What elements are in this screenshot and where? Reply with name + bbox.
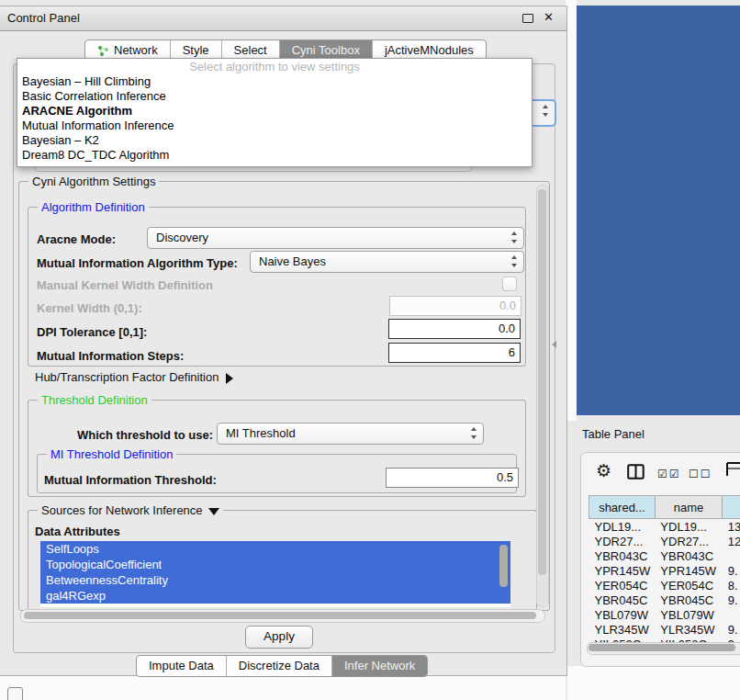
algorithm-option[interactable]: Dream8 DC_TDC Algorithm bbox=[17, 148, 532, 163]
table-cell[interactable]: 9. bbox=[723, 622, 740, 637]
table-row[interactable]: YPR145WYPR145W9. bbox=[589, 563, 740, 578]
table-cell[interactable]: YBR043C bbox=[655, 548, 722, 563]
combo-value: Naive Bayes bbox=[259, 254, 326, 268]
sources-title-label: Sources for Network Inference bbox=[41, 503, 203, 517]
manual-kernel-checkbox[interactable] bbox=[502, 277, 517, 291]
mi-steps-field[interactable]: 6 bbox=[388, 343, 521, 363]
table-cell[interactable]: YDL19... bbox=[589, 519, 656, 535]
table-panel-titlebar: Table Panel bbox=[567, 421, 740, 448]
table-row[interactable]: YBL079WYBL079W bbox=[589, 607, 740, 622]
algorithm-option[interactable]: ARACNE Algorithm bbox=[17, 104, 532, 119]
table-cell[interactable]: YER054C bbox=[589, 578, 656, 593]
dropdown-items: Bayesian – Hill ClimbingBasic Correlatio… bbox=[17, 74, 532, 163]
table-cell[interactable]: YLR345W bbox=[655, 622, 722, 637]
docked-panel-icon[interactable] bbox=[7, 687, 23, 700]
control-panel-titlebar: Control Panel ✕ bbox=[0, 6, 566, 31]
kernel-width-label: Kernel Width (0,1): bbox=[37, 301, 142, 315]
scrollbar-thumb[interactable] bbox=[538, 189, 546, 575]
list-scrollbar[interactable] bbox=[499, 545, 508, 587]
table-cell[interactable]: 9. bbox=[723, 563, 740, 578]
combo-value: Discovery bbox=[156, 231, 208, 244]
mi-steps-label: Mutual Information Steps: bbox=[37, 349, 184, 363]
dropdown-placeholder: Select algorithm to view settings bbox=[17, 59, 532, 74]
algorithm-option[interactable]: Bayesian – K2 bbox=[17, 133, 532, 148]
network-icon bbox=[97, 45, 109, 57]
group-title: Threshold Definition bbox=[38, 393, 151, 407]
table-cell[interactable] bbox=[723, 607, 740, 622]
select-all-icon[interactable]: ☑☑ bbox=[657, 468, 681, 480]
float-window-icon[interactable] bbox=[522, 14, 533, 23]
mi-algorithm-type-combo[interactable]: Naive Bayes bbox=[250, 251, 524, 273]
stepper-icon bbox=[470, 427, 478, 439]
chevron-right-icon bbox=[226, 373, 233, 384]
close-icon[interactable]: ✕ bbox=[544, 10, 554, 24]
deselect-all-icon[interactable]: ☐☐ bbox=[689, 468, 712, 480]
hub-section-toggle[interactable]: Hub/Transcription Factor Definition bbox=[35, 370, 233, 384]
table-row[interactable]: YER054CYER054C8. bbox=[589, 578, 740, 593]
apply-button[interactable]: Apply bbox=[245, 626, 313, 649]
scrollbar-thumb[interactable] bbox=[24, 612, 536, 619]
column-header-clipped[interactable] bbox=[723, 496, 740, 519]
tab-infer-network[interactable]: Infer Network bbox=[331, 656, 427, 676]
table-row[interactable]: YBR043CYBR043C bbox=[589, 548, 740, 563]
table-cell[interactable]: YBR045C bbox=[655, 593, 722, 607]
algorithm-option[interactable]: Bayesian – Hill Climbing bbox=[17, 74, 532, 89]
table-cell[interactable]: YPR145W bbox=[655, 563, 722, 578]
chevron-down-icon bbox=[208, 508, 219, 515]
algorithm-option[interactable]: Basic Correlation Inference bbox=[17, 89, 532, 104]
table-cell[interactable]: 13 bbox=[723, 519, 740, 535]
which-threshold-combo[interactable]: MI Threshold bbox=[217, 423, 484, 445]
table-icon[interactable] bbox=[725, 460, 740, 480]
column-header-name[interactable]: name bbox=[655, 496, 722, 519]
table-cell[interactable]: 12 bbox=[723, 534, 740, 548]
attribute-list-item[interactable]: gal4RGexp bbox=[40, 588, 510, 604]
table-row[interactable]: YDR27...YDR27...12 bbox=[589, 534, 740, 548]
stepper-icon bbox=[510, 231, 519, 243]
kernel-width-field[interactable]: 0.0 bbox=[389, 296, 521, 316]
dpi-tolerance-field[interactable]: 0.0 bbox=[388, 319, 521, 339]
table-header-row: shared... name bbox=[589, 496, 740, 519]
tab-discretize-data[interactable]: Discretize Data bbox=[226, 656, 331, 676]
tab-label: Impute Data bbox=[149, 656, 214, 676]
table-cell[interactable]: YBL079W bbox=[655, 607, 722, 622]
dpi-tolerance-label: DPI Tolerance [0,1]: bbox=[37, 325, 147, 339]
scrollbar-thumb[interactable] bbox=[589, 644, 735, 651]
table-cell[interactable]: YPR145W bbox=[589, 563, 656, 578]
mi-threshold-label: Mutual Information Threshold: bbox=[44, 473, 217, 487]
table-cell[interactable]: 8. bbox=[723, 578, 740, 593]
app-root: Control Panel ✕ Network Style Select Cyn… bbox=[0, 0, 740, 700]
attribute-list-item[interactable]: BetweennessCentrality bbox=[40, 572, 510, 588]
aracne-mode-label: Aracne Mode: bbox=[37, 232, 116, 246]
algorithm-option[interactable]: Mutual Information Inference bbox=[17, 119, 532, 133]
column-header-shared-name[interactable]: shared... bbox=[589, 496, 656, 519]
table-cell[interactable] bbox=[723, 548, 740, 563]
sources-title[interactable]: Sources for Network Inference bbox=[38, 503, 223, 517]
split-columns-icon[interactable] bbox=[627, 464, 645, 482]
bottom-strip-right bbox=[567, 666, 740, 700]
table-cell[interactable]: YER054C bbox=[655, 578, 722, 593]
table-row[interactable]: YBR045CYBR045C9. bbox=[589, 593, 740, 607]
table-panel: ⚙ ☑☑ ☐☐ shared... name YDL19...YDL19...1… bbox=[580, 452, 740, 667]
table-cell[interactable]: YDR27... bbox=[655, 534, 722, 548]
table-cell[interactable]: YBR045C bbox=[589, 593, 656, 607]
mi-threshold-field[interactable]: 0.5 bbox=[386, 468, 519, 488]
table-cell[interactable]: 9. bbox=[723, 593, 740, 607]
data-attributes-label: Data Attributes bbox=[35, 525, 120, 538]
table-cell[interactable]: YBR043C bbox=[589, 548, 656, 563]
which-threshold-label: Which threshold to use: bbox=[77, 428, 213, 442]
table-cell[interactable]: YDL19... bbox=[655, 519, 722, 535]
attribute-list-item[interactable]: TopologicalCoefficient bbox=[40, 557, 510, 572]
table-cell[interactable]: YLR345W bbox=[589, 622, 656, 637]
table-panel-title: Table Panel bbox=[582, 427, 645, 441]
tab-impute-data[interactable]: Impute Data bbox=[137, 656, 226, 676]
settings-gear-icon[interactable]: ⚙ bbox=[596, 460, 611, 481]
window-title: Control Panel bbox=[7, 11, 80, 25]
table-cell[interactable]: YDR27... bbox=[589, 534, 656, 548]
splitpane-handle[interactable] bbox=[552, 341, 556, 348]
tab-label: Infer Network bbox=[344, 656, 415, 676]
table-row[interactable]: YLR345WYLR345W9. bbox=[589, 622, 740, 637]
aracne-mode-combo[interactable]: Discovery bbox=[147, 227, 524, 249]
table-row[interactable]: YDL19...YDL19...13 bbox=[589, 519, 740, 535]
table-cell[interactable]: YBL079W bbox=[589, 607, 656, 622]
attribute-list-item[interactable]: SelfLoops bbox=[40, 541, 510, 557]
